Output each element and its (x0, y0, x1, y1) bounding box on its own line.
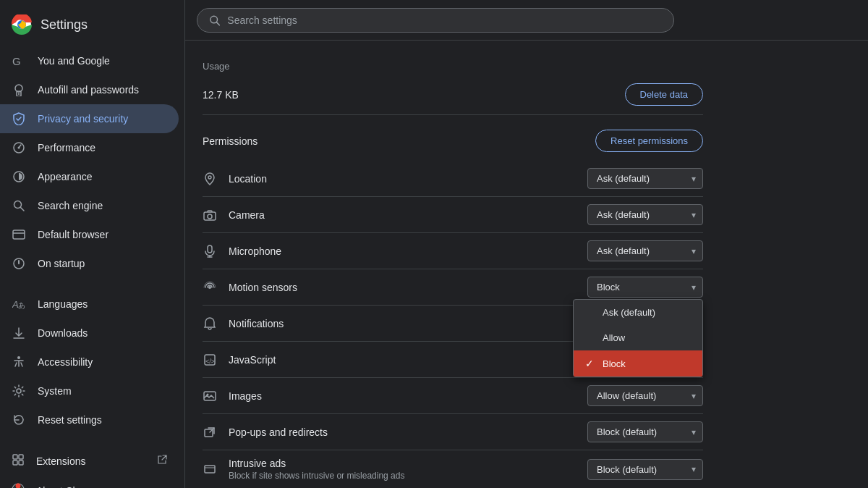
sidebar-item-label: Performance (38, 142, 95, 153)
extensions-icon (12, 453, 25, 468)
dropdown-ask-label: Ask (default) (603, 307, 655, 318)
svg-rect-40 (205, 466, 215, 473)
accessibility-icon (12, 355, 26, 369)
search-engine-icon (12, 198, 26, 213)
dropdown-option-ask[interactable]: Ask (default) (574, 300, 702, 325)
search-icon (209, 14, 220, 26)
permission-row-camera: Camera Ask (default) Allow Block (203, 197, 703, 233)
languages-icon: Aあ (12, 297, 26, 311)
permission-left: Intrusive ads Block if site shows intrus… (203, 458, 404, 481)
svg-rect-21 (19, 455, 23, 459)
reset-icon (12, 413, 26, 427)
svg-text:</>: </> (205, 358, 215, 365)
shield-icon (12, 112, 26, 126)
svg-point-7 (18, 147, 20, 149)
microphone-select-wrapper: Ask (default) Allow Block (587, 240, 703, 261)
ads-icon (203, 462, 217, 476)
sidebar-item-label: System (38, 385, 72, 397)
sidebar-item-label: Downloads (38, 327, 88, 339)
permission-left: Motion sensors (203, 280, 297, 295)
reset-permissions-button[interactable]: Reset permissions (595, 130, 703, 152)
sidebar-item-label: Reset settings (38, 414, 102, 426)
sidebar-item-autofill[interactable]: Autofill and passwords (0, 75, 179, 104)
popups-icon (203, 425, 217, 439)
microphone-select[interactable]: Ask (default) Allow Block (587, 240, 703, 261)
motion-icon (203, 280, 217, 295)
svg-rect-22 (13, 460, 17, 465)
extensions-label: Extensions (36, 455, 85, 467)
search-bar (197, 8, 674, 33)
permissions-header: Permissions Reset permissions (203, 115, 703, 161)
sidebar-item-languages[interactable]: Aあ Languages (0, 290, 179, 319)
permissions-title: Permissions (203, 135, 258, 147)
popups-select-wrapper: Block (default) Allow (587, 421, 703, 442)
svg-text:あ: あ (18, 301, 25, 309)
check-icon: ✓ (585, 358, 597, 369)
svg-point-19 (17, 389, 21, 393)
location-select[interactable]: Ask (default) Allow Block (587, 168, 703, 189)
sidebar-item-label: Autofill and passwords (38, 84, 139, 96)
notifications-label: Notifications (229, 318, 284, 329)
permission-row-motion: Motion sensors Ask (default) Allow Block… (203, 269, 703, 306)
permission-left: Location (203, 172, 267, 186)
dropdown-allow-label: Allow (603, 332, 625, 343)
sidebar-item-on-startup[interactable]: On startup (0, 249, 179, 278)
motion-select-wrapper: Ask (default) Allow Block (587, 277, 703, 298)
permission-row-ads: Intrusive ads Block if site shows intrus… (203, 450, 703, 488)
google-icon: G (12, 54, 26, 68)
sidebar-item-label: On startup (38, 258, 85, 269)
sidebar-item-label: Privacy and security (38, 113, 128, 125)
usage-row: 12.7 KB Delete data (203, 75, 703, 115)
sidebar-item-appearance[interactable]: Appearance (0, 162, 179, 191)
main-content: Usage 12.7 KB Delete data Permissions Re… (185, 41, 868, 488)
svg-rect-20 (13, 455, 17, 459)
sidebar-item-default-browser[interactable]: Default browser (0, 220, 179, 249)
sidebar: Settings G You and Google Autofill and p… (0, 0, 185, 488)
dropdown-option-allow[interactable]: Allow (574, 325, 702, 350)
javascript-icon: </> (203, 353, 217, 367)
images-icon (203, 389, 217, 403)
usage-value: 12.7 KB (203, 89, 239, 101)
system-icon (12, 384, 26, 398)
svg-line-10 (21, 208, 25, 211)
ads-desc: Block if site shows intrusive or mislead… (229, 471, 404, 481)
ads-select[interactable]: Block (default) Allow (587, 459, 703, 480)
startup-icon (12, 256, 26, 271)
sidebar-item-label: You and Google (38, 55, 110, 67)
sidebar-item-label: Languages (38, 298, 88, 310)
popups-select[interactable]: Block (default) Allow (587, 421, 703, 442)
sidebar-item-downloads[interactable]: Downloads (0, 319, 179, 348)
ads-select-wrapper: Block (default) Allow (587, 459, 703, 480)
sidebar-item-system[interactable]: System (0, 376, 179, 405)
chrome-logo-icon (12, 14, 32, 35)
dropdown-block-label: Block (603, 358, 626, 369)
dropdown-option-block[interactable]: ✓ Block (574, 350, 702, 376)
search-input[interactable] (227, 14, 662, 26)
javascript-label: JavaScript (229, 354, 276, 366)
camera-select[interactable]: Ask (default) Allow Block (587, 204, 703, 225)
sidebar-item-label: Accessibility (38, 356, 93, 368)
svg-point-30 (208, 214, 212, 219)
delete-data-button[interactable]: Delete data (625, 83, 704, 106)
motion-dropdown-menu: Ask (default) Allow ✓ Block (573, 299, 703, 377)
sidebar-item-privacy[interactable]: Privacy and security (0, 104, 179, 133)
camera-select-wrapper: Ask (default) Allow Block (587, 204, 703, 225)
ads-info: Intrusive ads Block if site shows intrus… (229, 458, 404, 481)
images-select[interactable]: Allow (default) Block (587, 385, 703, 406)
sidebar-item-search[interactable]: Search engine (0, 191, 179, 220)
microphone-icon (203, 244, 217, 258)
svg-point-34 (208, 286, 211, 289)
sidebar-item-reset[interactable]: Reset settings (0, 405, 179, 434)
performance-icon (12, 140, 26, 155)
permission-left: Microphone (203, 244, 281, 258)
sidebar-item-extensions[interactable]: Extensions (0, 446, 179, 476)
svg-line-27 (217, 22, 220, 25)
permission-left: Pop-ups and redirects (203, 425, 328, 439)
camera-icon (203, 208, 217, 222)
sidebar-item-accessibility[interactable]: Accessibility (0, 348, 179, 376)
motion-select[interactable]: Ask (default) Allow Block (587, 277, 703, 298)
sidebar-item-performance[interactable]: Performance (0, 133, 179, 162)
permission-row-microphone: Microphone Ask (default) Allow Block (203, 233, 703, 269)
sidebar-item-about[interactable]: About Chrome (0, 476, 179, 488)
sidebar-item-you-google[interactable]: G You and Google (0, 46, 179, 75)
